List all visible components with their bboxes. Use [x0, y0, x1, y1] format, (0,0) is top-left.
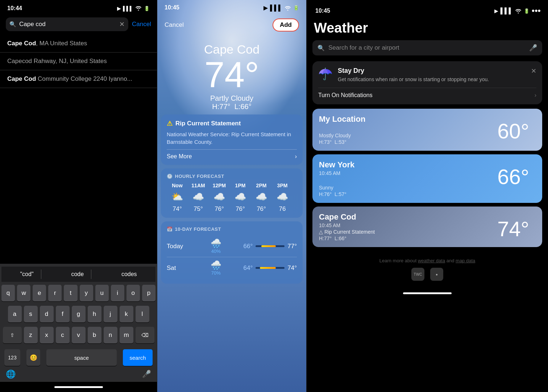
suggestion-light-1: , MA United States	[36, 40, 87, 47]
forecast-row-today: Today 🌧️ 40% 66° 77°	[167, 235, 297, 257]
kbd-suggestion-1[interactable]: "cod"	[13, 270, 41, 279]
weather-temperature: 74°	[165, 57, 299, 93]
location-card-my-location[interactable]: My Location 60° Mostly Cloudy H:73° L:53…	[312, 109, 542, 151]
key-d[interactable]: d	[40, 306, 54, 322]
forecast-bar-sat	[256, 267, 285, 269]
key-m[interactable]: m	[120, 327, 133, 343]
key-j[interactable]: j	[104, 306, 117, 322]
hourly-forecast-card: 🕐 HOURLY FORECAST Now ⛅ 74° 11AM ☁️ 75° …	[161, 168, 303, 218]
my-location-low: L:53°	[335, 139, 346, 145]
key-n[interactable]: n	[104, 327, 117, 343]
clock-icon: 🕐	[167, 174, 173, 179]
hourly-item-1: 11AM ☁️ 75°	[188, 183, 209, 213]
search-input[interactable]	[19, 21, 116, 28]
key-globe[interactable]: 🌐	[6, 370, 16, 379]
more-button[interactable]: •••	[532, 6, 541, 16]
key-y[interactable]: y	[80, 285, 93, 301]
kbd-suggestion-2[interactable]: code	[64, 270, 91, 279]
key-search[interactable]: search	[123, 349, 153, 366]
forecast-row-sat: Sat 🌧️ 70% 64° 74°	[167, 257, 297, 279]
see-more-row[interactable]: See More ›	[167, 149, 297, 160]
key-emoji[interactable]: 😊	[26, 349, 40, 366]
forecast-day-sat: Sat	[167, 264, 188, 272]
status-left-3: 10:45	[314, 8, 330, 14]
suggestion-item-1[interactable]: Cape Cod, MA United States	[0, 35, 157, 53]
key-k[interactable]: k	[120, 306, 133, 322]
key-h[interactable]: h	[88, 306, 101, 322]
key-i[interactable]: i	[111, 285, 124, 301]
suggestion-item-2[interactable]: Capecod Rahway, NJ, United States	[0, 53, 157, 70]
suggestion-2: Capecod Rahway, NJ, United States	[7, 58, 107, 64]
list-search-bar[interactable]: 🔍 Search for a city or airport 🎤	[312, 40, 542, 55]
battery-icon-2: 🔋	[293, 5, 299, 11]
key-p[interactable]: p	[142, 285, 155, 301]
list-mic-icon[interactable]: 🎤	[529, 44, 537, 52]
location-card-cape-cod[interactable]: Cape Cod 10:45 AM 74° △ Rip Current Stat…	[312, 207, 542, 247]
hourly-time-4: 2PM	[256, 183, 267, 188]
new-york-high: H:76°	[319, 191, 332, 197]
signal-icon-3: ▌▌▌	[501, 8, 513, 14]
weather-scroll-area[interactable]: ⚠ Rip Current Statement National Weather…	[157, 114, 306, 287]
key-s[interactable]: s	[24, 306, 38, 322]
stay-dry-close-button[interactable]: ✕	[531, 67, 536, 75]
my-location-content: My Location 60° Mostly Cloudy H:73° L:53…	[319, 114, 536, 145]
forecast-precip-sat: 70%	[211, 270, 221, 276]
status-bar-3: 10:45 ▶ ▌▌▌ 🔋 •••	[312, 0, 542, 19]
forecast-lo-today: 66°	[244, 243, 253, 250]
weather-high: H:77°	[212, 103, 230, 110]
footer-text: Learn more about weather data and map da…	[312, 257, 542, 265]
weather-add-button[interactable]: Add	[273, 18, 299, 32]
map-data-link[interactable]: map data	[456, 258, 475, 263]
key-w[interactable]: w	[17, 285, 30, 301]
key-u[interactable]: u	[95, 285, 109, 301]
key-f[interactable]: f	[56, 306, 70, 322]
key-c[interactable]: c	[56, 327, 70, 343]
key-v[interactable]: v	[72, 327, 86, 343]
key-r[interactable]: r	[48, 285, 62, 301]
key-mic[interactable]: 🎤	[142, 370, 151, 379]
forecast-bar-today	[256, 245, 285, 247]
hourly-time-1: 11AM	[191, 183, 205, 188]
hourly-time-0: Now	[172, 183, 183, 188]
kbd-suggestion-3[interactable]: codes	[114, 270, 144, 279]
key-e[interactable]: e	[33, 285, 46, 301]
new-york-low: L:57°	[335, 191, 346, 197]
turn-on-notifications-button[interactable]: Turn On Notifications	[318, 92, 373, 99]
weather-cancel-button[interactable]: Cancel	[165, 21, 184, 29]
hourly-time-2: 12PM	[213, 183, 226, 188]
warning-icon: ⚠	[167, 120, 173, 128]
cancel-button[interactable]: Cancel	[132, 21, 151, 28]
keyboard-row-1: q w e r t y u i o p	[1, 285, 155, 301]
key-g[interactable]: g	[72, 306, 86, 322]
turn-on-row[interactable]: Turn On Notifications ›	[318, 92, 536, 99]
hourly-temp-0: 74°	[173, 205, 182, 213]
key-q[interactable]: q	[1, 285, 15, 301]
keyboard-extras: 🌐 🎤	[1, 367, 155, 380]
key-x[interactable]: x	[40, 327, 54, 343]
location-card-new-york[interactable]: New York 10:45 AM 66° Sunny H:76° L:57°	[312, 154, 542, 203]
key-123[interactable]: 123	[4, 349, 20, 366]
key-o[interactable]: o	[126, 285, 140, 301]
key-l[interactable]: l	[136, 306, 149, 322]
rip-title-text: Rip Current Statement	[175, 120, 241, 127]
key-a[interactable]: a	[8, 306, 22, 322]
search-input-wrap[interactable]: 🔍 ✕	[6, 17, 128, 31]
hourly-row: Now ⛅ 74° 11AM ☁️ 75° 12PM ☁️ 76° 1PM ☁️	[167, 183, 297, 213]
new-york-hl: H:76° L:57°	[319, 191, 536, 197]
signal-icon-2: ▌▌▌	[270, 5, 282, 11]
suggestion-item-3[interactable]: Cape Cod Community College 2240 Iyanno..…	[0, 70, 157, 88]
home-bar-1	[54, 386, 103, 388]
key-z[interactable]: z	[24, 327, 38, 343]
cape-cod-content: Cape Cod 10:45 AM 74° △ Rip Current Stat…	[319, 212, 536, 241]
hourly-icon-5: ☁️	[277, 191, 288, 203]
list-search-placeholder[interactable]: Search for a city or airport	[328, 44, 526, 51]
weather-data-link[interactable]: weather data	[418, 258, 445, 263]
key-backspace[interactable]: ⌫	[136, 327, 154, 343]
key-b[interactable]: b	[88, 327, 101, 343]
key-shift[interactable]: ⇧	[3, 327, 22, 343]
clear-button[interactable]: ✕	[119, 20, 125, 28]
hourly-temp-2: 76°	[215, 205, 224, 213]
see-more-text[interactable]: See More	[167, 153, 192, 160]
key-t[interactable]: t	[64, 285, 77, 301]
key-space[interactable]: space	[46, 349, 117, 366]
